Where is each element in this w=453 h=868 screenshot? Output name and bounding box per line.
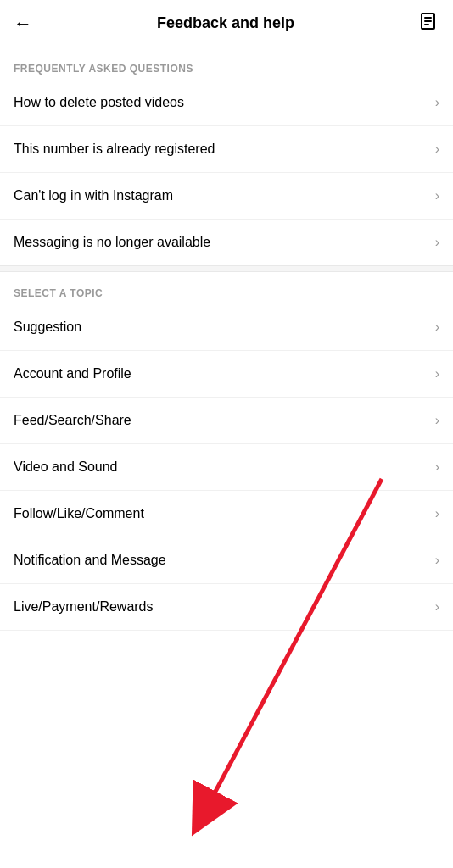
list-item[interactable]: Can't log in with Instagram ›	[0, 173, 453, 220]
chevron-icon: ›	[435, 506, 439, 521]
topic-item-6-label: Notification and Message	[14, 553, 166, 568]
faq-item-1-label: How to delete posted videos	[14, 95, 184, 110]
chevron-icon: ›	[435, 235, 439, 250]
chevron-icon: ›	[435, 553, 439, 568]
chevron-icon: ›	[435, 142, 439, 157]
faq-item-4-label: Messaging is no longer available	[14, 235, 210, 250]
topic-item-7-label: Live/Payment/Rewards	[14, 599, 154, 615]
chevron-icon: ›	[435, 320, 439, 335]
chevron-icon: ›	[435, 413, 439, 428]
list-item[interactable]: Feed/Search/Share ›	[0, 398, 453, 444]
list-item[interactable]: This number is already registered ›	[0, 126, 453, 173]
chevron-icon: ›	[435, 188, 439, 203]
list-item[interactable]: Notification and Message ›	[0, 537, 453, 584]
chevron-icon: ›	[435, 366, 439, 381]
section-divider	[0, 265, 453, 272]
chevron-icon: ›	[435, 95, 439, 110]
list-item[interactable]: Suggestion ›	[0, 304, 453, 351]
chevron-icon: ›	[435, 599, 439, 615]
topic-item-3-label: Feed/Search/Share	[14, 413, 131, 428]
list-item[interactable]: Video and Sound ›	[0, 444, 453, 491]
list-item[interactable]: Messaging is no longer available ›	[0, 220, 453, 265]
faq-item-2-label: This number is already registered	[14, 142, 215, 157]
topic-item-5-label: Follow/Like/Comment	[14, 506, 144, 521]
topic-item-4-label: Video and Sound	[14, 459, 117, 475]
topics-section-label: SELECT A TOPIC	[0, 272, 453, 304]
header: ← Feedback and help	[0, 0, 453, 47]
edit-icon[interactable]	[419, 11, 439, 36]
list-item[interactable]: Account and Profile ›	[0, 351, 453, 398]
page-title: Feedback and help	[157, 14, 294, 32]
faq-item-3-label: Can't log in with Instagram	[14, 188, 173, 203]
topic-item-1-label: Suggestion	[14, 320, 81, 335]
list-item[interactable]: Live/Payment/Rewards ›	[0, 584, 453, 631]
list-item[interactable]: How to delete posted videos ›	[0, 80, 453, 126]
faq-section-label: FREQUENTLY ASKED QUESTIONS	[0, 47, 453, 80]
topic-item-2-label: Account and Profile	[14, 366, 131, 381]
list-item[interactable]: Follow/Like/Comment ›	[0, 491, 453, 537]
back-button[interactable]: ←	[14, 13, 32, 35]
chevron-icon: ›	[435, 459, 439, 475]
